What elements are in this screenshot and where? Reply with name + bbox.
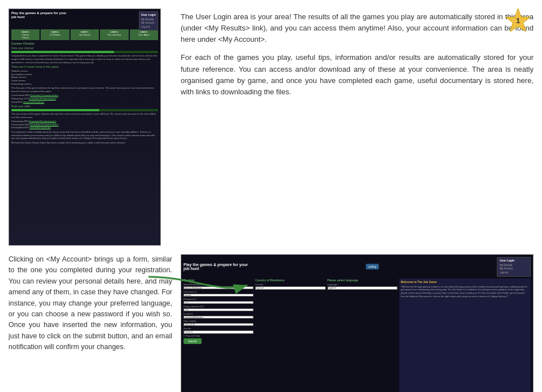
sc2-country-title: Country of Residence xyxy=(255,278,325,282)
sc1-game3: GAME3:Job Search xyxy=(71,29,99,40)
sc1-career-areas: Realistic careers Investigative careers … xyxy=(11,69,158,85)
sc1-header: Play the games & prepare for your job hu… xyxy=(11,11,158,19)
sc1-game2: GAME2:CV Builder xyxy=(41,29,69,40)
screenshot-box-1: User Login My Results My Account Log out… xyxy=(8,8,161,246)
right-para2: For each of the games you play, useful t… xyxy=(181,52,534,98)
sc1-footer-text: It is important to think carefully about… xyxy=(11,130,158,140)
sc2-country-col: Country of Residence Country * Cyprus ▾ xyxy=(255,278,325,344)
sc2-retype-label: Retype password (*) xyxy=(183,305,253,308)
sc2-login-box: User Login My Results My Account Log out xyxy=(497,257,531,277)
main-content: User Login My Results My Account Log out… xyxy=(0,0,542,246)
sc2-language-label: Language * xyxy=(327,283,397,286)
sc1-skills-desc: The second part of this game indicates t… xyxy=(11,112,158,119)
bottom-left-para: Clicking on <My Account> brings up a for… xyxy=(8,254,172,352)
right-text-panel: The User Login area is your area! The re… xyxy=(181,8,534,246)
sc2-country-label: Country * xyxy=(255,283,325,286)
sc2-field-gender: Gender Female ▾ xyxy=(183,327,253,334)
sc1-career-areas-title: There are 6 career areas in this game: xyxy=(11,65,158,68)
sc2-dob-label: Date of Birth xyxy=(183,320,253,323)
sc2-my-account: My Account xyxy=(500,267,528,271)
sc1-game4: GAME4:The Interview xyxy=(100,29,128,40)
right-para1: The User Login area is your area! The re… xyxy=(181,11,534,45)
sc2-login-title: User Login xyxy=(500,259,528,263)
sc2-field-email: E-mail (*) antoniahat8@gmail.c xyxy=(183,312,253,319)
sc2-welcome-box: Welcome to The Job Game "SEILine Life th… xyxy=(399,278,531,392)
sc1-content-1: Congratulations you have completed the C… xyxy=(11,54,158,64)
sc1-part2-desc: This first part of this game indicates t… xyxy=(11,86,158,93)
sc1-bar1 xyxy=(11,51,158,53)
sc2-email-input: antoniahat8@gmail.c xyxy=(183,316,253,319)
sc1-rate-interest: Rate your interest xyxy=(11,46,158,50)
sc2-country-select: Cyprus ▾ xyxy=(255,286,325,290)
sc2-language-title: Please select language xyxy=(327,278,397,282)
sc2-submit-button[interactable]: Submit xyxy=(183,338,202,344)
star-badge: 1 xyxy=(502,6,536,40)
sc2-title2: job hunt xyxy=(183,267,248,271)
sc1-skills-results: Enterprising 80% Download Enterprising.d… xyxy=(11,120,158,129)
left-screenshot-panel: User Login My Results My Account Log out… xyxy=(8,8,172,246)
sc2-welcome-text: "SEILine Life through gaming" project is… xyxy=(401,285,529,298)
star-number: 1 xyxy=(516,16,520,25)
sc1-title-line1: Play the games & prepare for your xyxy=(11,11,67,15)
sc1-log-out: Log out xyxy=(141,25,156,29)
sc2-field-retype: Retype password (*) •••••• xyxy=(183,305,253,311)
sc2-dob-input: 2011-05-20 xyxy=(183,323,253,326)
sc2-country-field: Country * Cyprus ▾ xyxy=(255,283,325,290)
sc2-language-field: Language * English ▾ xyxy=(327,283,397,290)
sc1-section-title: Career Choice xyxy=(11,42,158,45)
sc1-login-title: User Login xyxy=(141,13,156,17)
sc1-game1: GAME1:CareerChoice xyxy=(11,29,40,40)
sc1-bar2 xyxy=(11,109,158,111)
sc2-language-col: Please select language Language * Englis… xyxy=(327,278,397,344)
sc1-title-line2: job hunt xyxy=(11,15,67,19)
sc2-welcome-title: Welcome to The Job Game xyxy=(401,280,529,284)
sc2-gender-label: Gender xyxy=(183,327,253,330)
sc1-games-row: GAME1:CareerChoice GAME2:CV Builder GAME… xyxy=(11,29,158,40)
sc2-log-out: Log out xyxy=(500,271,528,275)
sc2-email-label: E-mail (*) xyxy=(183,312,253,315)
sc2-my-results: My Results xyxy=(500,264,528,268)
sc1-conclusion: We hope the Career Choice Game has been … xyxy=(11,141,158,145)
sc1-rate-skills: Rate your skills xyxy=(11,104,158,108)
sc2-logo: seiling xyxy=(366,264,378,269)
sc1-my-account: My Account xyxy=(141,21,156,25)
sc2-field-dob: Date of Birth 2011-05-20 xyxy=(183,320,253,326)
green-arrow xyxy=(146,271,253,302)
sc2-gender-select: Female ▾ xyxy=(183,330,253,334)
sc1-career-results: Conventional 80% Download Conventional.d… xyxy=(11,94,158,103)
sc2-required-note: (*) Required Fields xyxy=(183,335,253,337)
sc2-retype-input: •••••• xyxy=(183,308,253,311)
bottom-section: Clicking on <My Account> brings up a for… xyxy=(0,249,542,392)
sc1-game5: GAME5:Time Mgmt xyxy=(130,29,158,40)
sc2-title1: Play the games & prepare for your xyxy=(183,263,248,267)
sc2-language-select: English ▾ xyxy=(327,286,397,290)
sc1-login-box: User Login My Results My Account Log out xyxy=(139,11,158,31)
